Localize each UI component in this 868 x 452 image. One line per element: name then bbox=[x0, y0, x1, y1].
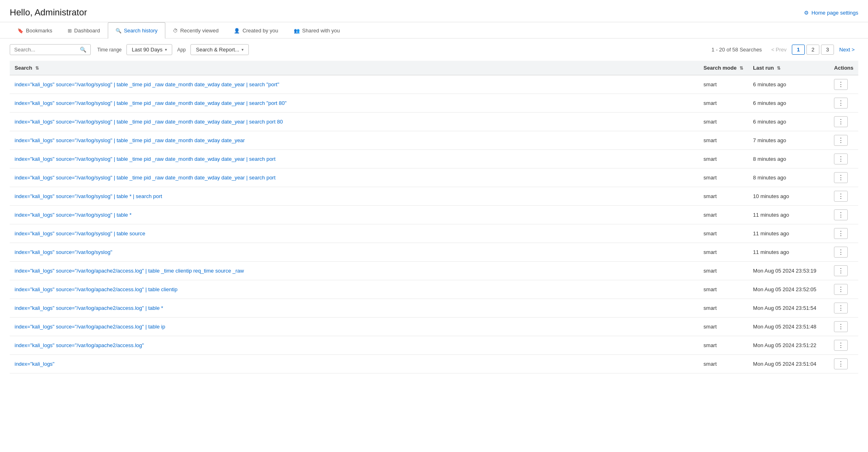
nav-tab-dashboard[interactable]: ⊞Dashboard bbox=[60, 22, 108, 38]
table-row: index="kali_logs" source="/var/log/syslo… bbox=[10, 168, 858, 187]
search-query-link[interactable]: index="kali_logs" source="/var/log/apach… bbox=[15, 286, 177, 292]
cell-mode: smart bbox=[699, 168, 748, 187]
row-actions-button[interactable]: ⋮ bbox=[834, 191, 848, 202]
cell-last-run: Mon Aug 05 2024 23:52:05 bbox=[748, 280, 829, 299]
cell-actions: ⋮ bbox=[829, 150, 858, 168]
home-settings-label: Home page settings bbox=[811, 10, 858, 16]
cell-search: index="kali_logs" source="/var/log/syslo… bbox=[10, 113, 699, 131]
cell-last-run: 6 minutes ago bbox=[748, 75, 829, 94]
search-query-link[interactable]: index="kali_logs" source="/var/log/syslo… bbox=[15, 81, 279, 87]
search-query-link[interactable]: index="kali_logs" source="/var/log/syslo… bbox=[15, 100, 286, 106]
search-query-link[interactable]: index="kali_logs" source="/var/log/syslo… bbox=[15, 230, 145, 237]
tab-label: Search history bbox=[124, 28, 158, 34]
cell-actions: ⋮ bbox=[829, 243, 858, 262]
cell-actions: ⋮ bbox=[829, 75, 858, 94]
table-row: index="kali_logs" source="/var/log/syslo… bbox=[10, 224, 858, 243]
cell-mode: smart bbox=[699, 224, 748, 243]
nav-tab-created-by-you[interactable]: 👤Created by you bbox=[226, 22, 286, 38]
sort-icon-mode: ⇅ bbox=[740, 66, 743, 70]
row-actions-button[interactable]: ⋮ bbox=[834, 247, 848, 258]
cell-search: index="kali_logs" source="/var/log/syslo… bbox=[10, 187, 699, 206]
row-actions-button[interactable]: ⋮ bbox=[834, 358, 848, 369]
cell-search: index="kali_logs" source="/var/log/apach… bbox=[10, 280, 699, 299]
search-query-link[interactable]: index="kali_logs" source="/var/log/syslo… bbox=[15, 156, 276, 162]
tab-icon: 👤 bbox=[234, 28, 240, 34]
search-query-link[interactable]: index="kali_logs" source="/var/log/apach… bbox=[15, 342, 144, 348]
row-actions-button[interactable]: ⋮ bbox=[834, 79, 848, 90]
time-range-caret: ▾ bbox=[165, 47, 167, 52]
time-range-dropdown[interactable]: Last 90 Days ▾ bbox=[126, 44, 172, 55]
cell-actions: ⋮ bbox=[829, 318, 858, 336]
search-query-link[interactable]: index="kali_logs" bbox=[15, 361, 54, 367]
search-query-link[interactable]: index="kali_logs" source="/var/log/apach… bbox=[15, 324, 165, 330]
cell-last-run: 7 minutes ago bbox=[748, 131, 829, 150]
search-box[interactable]: 🔍 bbox=[10, 44, 91, 55]
table-row: index="kali_logs" source="/var/log/syslo… bbox=[10, 94, 858, 113]
row-actions-button[interactable]: ⋮ bbox=[834, 340, 848, 351]
row-actions-button[interactable]: ⋮ bbox=[834, 154, 848, 164]
col-header-search-mode: Search mode ⇅ bbox=[699, 61, 748, 75]
row-actions-button[interactable]: ⋮ bbox=[834, 265, 848, 276]
cell-search: index="kali_logs" source="/var/log/apach… bbox=[10, 336, 699, 355]
table-row: index="kali_logs" smart Mon Aug 05 2024 … bbox=[10, 355, 858, 373]
search-query-link[interactable]: index="kali_logs" source="/var/log/syslo… bbox=[15, 249, 112, 255]
page-2-button[interactable]: 2 bbox=[806, 45, 819, 55]
cell-actions: ⋮ bbox=[829, 131, 858, 150]
cell-mode: smart bbox=[699, 131, 748, 150]
search-query-link[interactable]: index="kali_logs" source="/var/log/syslo… bbox=[15, 137, 245, 143]
cell-actions: ⋮ bbox=[829, 187, 858, 206]
row-actions-button[interactable]: ⋮ bbox=[834, 228, 848, 239]
table-container: Search ⇅ Search mode ⇅ Last run ⇅ Action… bbox=[0, 61, 868, 373]
home-settings-link[interactable]: ⚙ Home page settings bbox=[804, 10, 858, 16]
cell-last-run: 8 minutes ago bbox=[748, 168, 829, 187]
nav-tab-search-history[interactable]: 🔍Search history bbox=[108, 22, 165, 38]
page-1-button[interactable]: 1 bbox=[792, 45, 805, 55]
cell-last-run: 11 minutes ago bbox=[748, 224, 829, 243]
cell-mode: smart bbox=[699, 336, 748, 355]
row-actions-button[interactable]: ⋮ bbox=[834, 284, 848, 295]
table-row: index="kali_logs" source="/var/log/apach… bbox=[10, 262, 858, 280]
cell-last-run: 6 minutes ago bbox=[748, 113, 829, 131]
next-button[interactable]: Next > bbox=[836, 45, 858, 54]
prev-button[interactable]: < Prev bbox=[768, 45, 790, 54]
table-header-row: Search ⇅ Search mode ⇅ Last run ⇅ Action… bbox=[10, 61, 858, 75]
top-header: Hello, Administrator ⚙ Home page setting… bbox=[0, 0, 868, 22]
app-caret: ▾ bbox=[242, 47, 244, 52]
cell-search: index="kali_logs" source="/var/log/apach… bbox=[10, 318, 699, 336]
page-greeting: Hello, Administrator bbox=[10, 7, 87, 18]
nav-tab-bookmarks[interactable]: 🔖Bookmarks bbox=[10, 22, 60, 38]
cell-mode: smart bbox=[699, 318, 748, 336]
row-actions-button[interactable]: ⋮ bbox=[834, 135, 848, 146]
tab-icon: 🔖 bbox=[17, 28, 24, 34]
col-header-last-run: Last run ⇅ bbox=[748, 61, 829, 75]
cell-search: index="kali_logs" source="/var/log/syslo… bbox=[10, 243, 699, 262]
search-query-link[interactable]: index="kali_logs" source="/var/log/syslo… bbox=[15, 119, 283, 125]
cell-last-run: Mon Aug 05 2024 23:53:19 bbox=[748, 262, 829, 280]
cell-mode: smart bbox=[699, 150, 748, 168]
search-query-link[interactable]: index="kali_logs" source="/var/log/apach… bbox=[15, 305, 163, 311]
search-query-link[interactable]: index="kali_logs" source="/var/log/syslo… bbox=[15, 212, 132, 218]
table-row: index="kali_logs" source="/var/log/apach… bbox=[10, 318, 858, 336]
nav-tab-recently-viewed[interactable]: ⏱Recently viewed bbox=[165, 22, 227, 38]
tab-icon: 🔍 bbox=[115, 28, 122, 34]
search-query-link[interactable]: index="kali_logs" source="/var/log/syslo… bbox=[15, 193, 162, 199]
row-actions-button[interactable]: ⋮ bbox=[834, 172, 848, 183]
row-actions-button[interactable]: ⋮ bbox=[834, 98, 848, 109]
app-dropdown[interactable]: Search & Report... ▾ bbox=[190, 44, 249, 55]
row-actions-button[interactable]: ⋮ bbox=[834, 116, 848, 127]
row-actions-button[interactable]: ⋮ bbox=[834, 209, 848, 220]
cell-search: index="kali_logs" bbox=[10, 355, 699, 373]
row-actions-button[interactable]: ⋮ bbox=[834, 303, 848, 313]
cell-search: index="kali_logs" source="/var/log/syslo… bbox=[10, 150, 699, 168]
search-input[interactable] bbox=[14, 47, 77, 53]
tab-icon: ⊞ bbox=[68, 28, 72, 34]
cell-mode: smart bbox=[699, 94, 748, 113]
nav-tab-shared-with-you[interactable]: 👥Shared with you bbox=[286, 22, 348, 38]
page-3-button[interactable]: 3 bbox=[821, 45, 834, 55]
row-actions-button[interactable]: ⋮ bbox=[834, 321, 848, 332]
cell-last-run: 10 minutes ago bbox=[748, 187, 829, 206]
table-row: index="kali_logs" source="/var/log/syslo… bbox=[10, 243, 858, 262]
search-query-link[interactable]: index="kali_logs" source="/var/log/syslo… bbox=[15, 175, 276, 181]
search-query-link[interactable]: index="kali_logs" source="/var/log/apach… bbox=[15, 268, 244, 274]
cell-last-run: 11 minutes ago bbox=[748, 206, 829, 224]
